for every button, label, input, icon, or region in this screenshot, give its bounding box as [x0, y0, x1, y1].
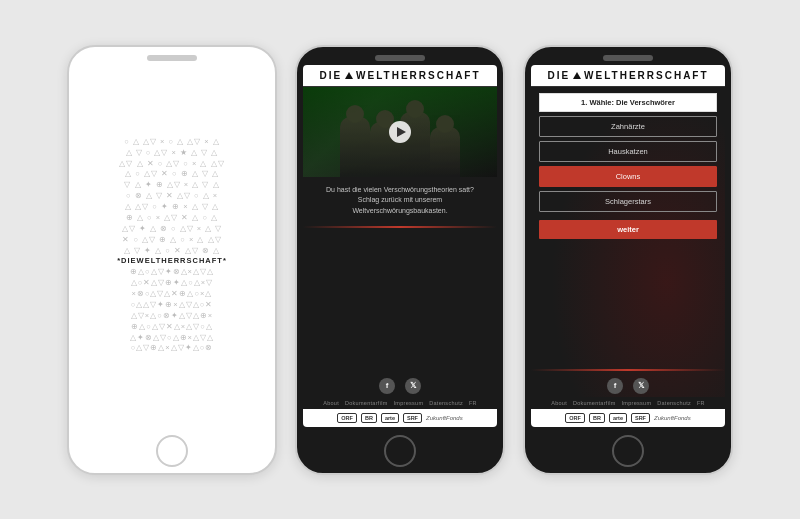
quiz-question-text: 1. Wähle: Die Verschwörer — [546, 98, 710, 107]
weiter-button[interactable]: weiter — [539, 220, 717, 239]
header-die-3: DIE — [547, 70, 570, 81]
phone-3-title: DIE WELTHERRSCHAFT — [539, 70, 717, 81]
symbol-row: △✦⊗△▽○△⊕×△▽△ — [117, 333, 227, 344]
facebook-icon-3[interactable]: f — [607, 378, 623, 394]
phone-3-dark-screen: DIE WELTHERRSCHAFT 1. Wähle: Die Verschw… — [531, 65, 725, 427]
symbol-row: ○ ⊗ △ ▽ ✕ △▽ ○ △ × — [117, 191, 227, 202]
phone-2-title: DIE WELTHERRSCHAFT — [311, 70, 489, 81]
play-button[interactable] — [389, 121, 411, 143]
logo-orf-3: ORF — [565, 413, 585, 423]
symbol-row: ○△△▽✦⊕×△▽△○✕ — [117, 300, 227, 311]
logo-orf: ORF — [337, 413, 357, 423]
footer-fr[interactable]: FR — [469, 400, 477, 406]
phone-2-header: DIE WELTHERRSCHAFT — [303, 65, 497, 87]
symbol-row: △▽×△○⊗✦△▽△⊕× — [117, 311, 227, 322]
footer-impressum-3[interactable]: Impressum — [621, 400, 651, 406]
footer-links-3: About Dokumentarfilm Impressum Datenschu… — [536, 400, 720, 406]
description-text: Du hast die vielen Verschwörungstheorien… — [313, 185, 487, 217]
logo-br: BR — [361, 413, 377, 423]
symbol-row: ×⊗○△▽△✕⊕△○×△ — [117, 289, 227, 300]
symbol-row: ▽ △ ✦ ⊕ △▽ × △ ▽ △ — [117, 180, 227, 191]
header-brand-3: WELTHERRSCHAFT — [584, 70, 708, 81]
footer-datenschutz-3[interactable]: Datenschutz — [657, 400, 691, 406]
twitter-icon-3[interactable]: 𝕏 — [633, 378, 649, 394]
phone-1: ○ △ △▽ × ○ △ △▽ × △ △ ▽ ○ △▽ × ★ △ ▽ △ △… — [67, 45, 277, 475]
footer-datenschutz[interactable]: Datenschutz — [429, 400, 463, 406]
symbol-row: ○ △ △▽ × ○ △ △▽ × △ — [117, 137, 227, 148]
footer-doku-3[interactable]: Dokumentarfilm — [573, 400, 616, 406]
footer-fr-3[interactable]: FR — [697, 400, 705, 406]
logos-bar-3: ORF BR arte SRF ZukunftFonds — [531, 409, 725, 427]
phone-3-screen: DIE WELTHERRSCHAFT 1. Wähle: Die Verschw… — [531, 65, 725, 427]
footer-doku[interactable]: Dokumentarfilm — [345, 400, 388, 406]
header-triangle-icon-3 — [573, 72, 581, 79]
header-die: DIE — [319, 70, 342, 81]
figure-4 — [430, 127, 460, 177]
figure-1 — [340, 117, 370, 177]
footer-nav-3: About Dokumentarfilm Impressum Datenschu… — [531, 397, 725, 409]
footer-nav: About Dokumentarfilm Impressum Datenschu… — [303, 397, 497, 409]
desc-line2: Schlag zurück mit unserem Weltverschwöru… — [352, 196, 447, 214]
symbol-row: △○✕△▽⊕✦△○△×▽ — [117, 278, 227, 289]
social-icons-3: f 𝕏 — [531, 373, 725, 397]
option-hauskatzen[interactable]: Hauskatzen — [539, 141, 717, 162]
footer-about-3[interactable]: About — [551, 400, 567, 406]
logo-srf-3: SRF — [631, 413, 650, 423]
facebook-icon[interactable]: f — [379, 378, 395, 394]
footer-about[interactable]: About — [323, 400, 339, 406]
phone-3: DIE WELTHERRSCHAFT 1. Wähle: Die Verschw… — [523, 45, 733, 475]
option-clowns[interactable]: Clowns — [539, 166, 717, 187]
phone-2-dark-screen: DIE WELTHERRSCHAFT — [303, 65, 497, 427]
option-zahnarzte[interactable]: Zahnärzte — [539, 116, 717, 137]
symbol-row: △ ▽ ○ △▽ × ★ △ ▽ △ — [117, 148, 227, 159]
phone-2-screen: DIE WELTHERRSCHAFT — [303, 65, 497, 427]
symbol-grid-screen: ○ △ △▽ × ○ △ △▽ × △ △ ▽ ○ △▽ × ★ △ ▽ △ △… — [75, 65, 269, 427]
logo-arte-3: arte — [609, 413, 627, 423]
brand-symbol-row: *DIEWELTHERRSCHAFT* — [117, 256, 227, 267]
symbol-row: △ ○ △▽ ✕ ○ ⊕ △ ▽ △ — [117, 169, 227, 180]
header-triangle-icon — [345, 72, 353, 79]
red-divider-3 — [531, 369, 725, 371]
logo-zukunft: ZukunftFonds — [426, 415, 463, 421]
play-icon — [397, 127, 406, 137]
symbol-row: ✕ ○ △▽ ⊕ △ ○ × △ △▽ — [117, 235, 227, 246]
symbol-row: △ ▽ ✦ △ ○ ✕ △▽ ⊗ △ — [117, 246, 227, 257]
symbol-grid: ○ △ △▽ × ○ △ △▽ × △ △ ▽ ○ △▽ × ★ △ ▽ △ △… — [117, 137, 227, 355]
footer-impressum[interactable]: Impressum — [393, 400, 423, 406]
symbol-row: △ △▽ ○ ✦ ⊕ × △ ▽ △ — [117, 202, 227, 213]
symbol-row: ⊕ △ ○ × △▽ ✕ △ ○ △ — [117, 213, 227, 224]
symbol-row: △▽ △ ✕ ○ △▽ ○ × △ △▽ — [117, 159, 227, 170]
option-schlagerstars[interactable]: Schlagerstars — [539, 191, 717, 212]
phone-2: DIE WELTHERRSCHAFT — [295, 45, 505, 475]
twitter-icon[interactable]: 𝕏 — [405, 378, 421, 394]
footer-links: About Dokumentarfilm Impressum Datenschu… — [308, 400, 492, 406]
header-brand: WELTHERRSCHAFT — [356, 70, 480, 81]
phone-1-screen: ○ △ △▽ × ○ △ △▽ × △ △ ▽ ○ △▽ × ★ △ ▽ △ △… — [75, 65, 269, 427]
quiz-options: Zahnärzte Hauskatzen Clowns Schlagerstar… — [531, 116, 725, 242]
logo-zukunft-3: ZukunftFonds — [654, 415, 691, 421]
logo-srf: SRF — [403, 413, 422, 423]
symbol-row: ○△▽⊕△×△▽✦△○⊗ — [117, 343, 227, 354]
phone-3-header: DIE WELTHERRSCHAFT — [531, 65, 725, 87]
video-section[interactable] — [303, 87, 497, 177]
quiz-question-box: 1. Wähle: Die Verschwörer — [539, 93, 717, 112]
symbol-row: ⊕△○△▽✦⊗△×△▽△ — [117, 267, 227, 278]
red-divider — [303, 226, 497, 228]
symbol-row: ⊕△○△▽✕△×△▽○△ — [117, 322, 227, 333]
logo-arte: arte — [381, 413, 399, 423]
social-icons: f 𝕏 — [303, 373, 497, 397]
description-section: Du hast die vielen Verschwörungstheorien… — [303, 177, 497, 225]
desc-line1: Du hast die vielen Verschwörungstheorien… — [326, 186, 474, 193]
logo-br-3: BR — [589, 413, 605, 423]
logos-bar: ORF BR arte SRF ZukunftFonds — [303, 409, 497, 427]
symbol-row: △▽ ✦ △ ⊗ ○ △▽ × △ ▽ — [117, 224, 227, 235]
